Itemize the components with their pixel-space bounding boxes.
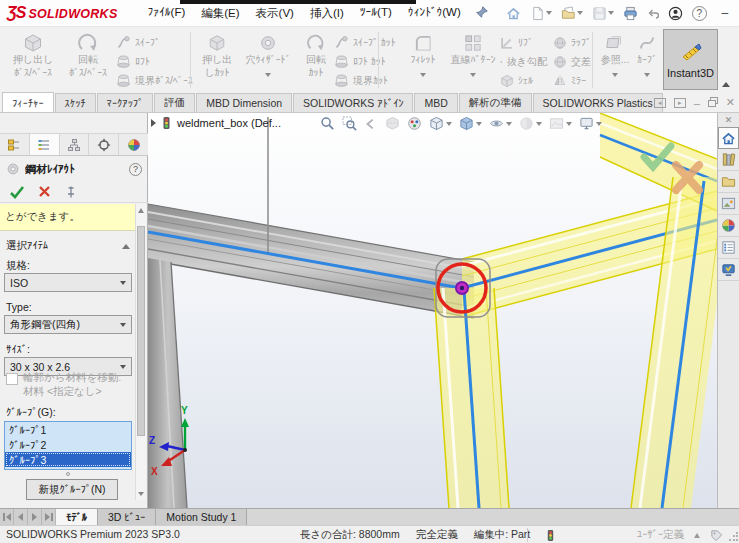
shell-button[interactable]: ｼｪﾙ [500,71,547,90]
home-icon[interactable] [503,4,524,23]
keep-visible-pin-icon[interactable] [64,185,78,199]
open-document-icon[interactable] [558,4,586,23]
appearances-scenes-button[interactable] [718,215,739,237]
3d-views-tab[interactable]: 3D ﾋﾞｭｰ [98,509,156,525]
user-account-icon[interactable] [665,4,686,23]
display-style-icon[interactable] [459,116,482,131]
displaymanager-tab[interactable] [119,133,148,155]
undo-icon[interactable] [644,5,662,21]
document-tree-label[interactable]: weldment_box (Def... [177,117,281,129]
view-settings-icon[interactable] [579,116,602,131]
hide-show-items-icon[interactable] [489,116,512,131]
type-dropdown[interactable]: 角形鋼管(四角) [4,315,132,334]
hole-wizard-button[interactable]: 穴ｳｨｻﾞｰﾄﾞ [238,29,298,89]
menu-view[interactable]: 表示(V) [248,2,302,25]
doc-restore-button[interactable] [708,97,718,109]
view-palette-button[interactable] [718,193,739,215]
prev-tab-button[interactable] [14,509,28,525]
pm-help-icon[interactable]: ? [129,163,142,176]
home-tab-button[interactable] [718,127,739,149]
group-list-item[interactable]: ｸﾞﾙｰﾌﾟ2 [5,437,131,452]
ok-button[interactable] [9,185,25,199]
scroll-up-arrow[interactable] [138,208,144,213]
tab-markup[interactable]: ﾏｰｸｱｯﾌﾟ [97,93,154,112]
appearances-icon[interactable] [519,116,542,131]
pane-left-icon[interactable]: ◂ [654,98,666,108]
resize-grip[interactable] [728,532,738,542]
tab-features[interactable]: ﾌｨｰﾁｬｰ [2,92,54,112]
status-expand-caret[interactable] [694,533,700,538]
tag-icon[interactable] [710,529,723,542]
tab-sketch[interactable]: ｽｹｯﾁ [55,93,96,112]
file-explorer-button[interactable] [718,171,739,193]
boundary-cut-button[interactable]: 境界ｶｯﾄ [334,71,396,90]
rib-button[interactable]: ﾘﾌﾞ [500,33,547,52]
loft-button[interactable]: ﾛﾌﾄ [116,52,193,71]
groups-listbox[interactable]: ｸﾞﾙｰﾌﾟ1 ｸﾞﾙｰﾌﾟ2 ｸﾞﾙｰﾌﾟ3 [4,421,132,470]
tab-analysis-prep[interactable]: 解析の準備 [459,93,532,112]
yellow-beam-center-post[interactable] [434,288,509,508]
scrollbar-thumb[interactable] [137,226,145,436]
doc-minimize-button[interactable]: – [694,97,700,109]
sweep-button[interactable]: ｽｲｰﾌﾟ [116,33,193,52]
tab-evaluate[interactable]: 評価 [154,93,195,112]
section-view-icon[interactable] [385,116,400,131]
menu-pin-icon[interactable] [475,5,489,21]
view-orientation-icon[interactable] [429,116,452,131]
draft-button[interactable]: 抜き勾配 [500,52,547,71]
edit-appearance-icon[interactable] [407,116,422,131]
revolved-boss-button[interactable]: 回転ﾎﾞｽ/ﾍﾞｰｽ [60,29,116,89]
zoom-area-icon[interactable] [342,116,357,131]
first-tab-button[interactable] [0,509,14,525]
custom-properties-button[interactable] [718,237,739,259]
linear-pattern-button[interactable]: 直線ﾊﾟﾀｰﾝ [446,29,500,89]
cancel-button[interactable] [38,185,51,198]
lofted-cut-button[interactable]: ﾛﾌﾄ ｶｯﾄ [334,52,396,71]
group-list-item[interactable]: ｸﾞﾙｰﾌﾟ1 [5,422,131,437]
menu-window[interactable]: ｳｨﾝﾄﾞｳ(W) [400,2,469,25]
featuremanager-tab[interactable] [0,133,30,155]
zoom-fit-icon[interactable] [320,116,335,131]
ribbon-collapse-caret[interactable] [722,77,730,89]
tab-addins[interactable]: SOLIDWORKS ｱﾄﾞｲﾝ [293,93,413,112]
task-pane-close-icon[interactable]: ✕ [718,113,739,127]
tab-mbd-dimension[interactable]: MBD Dimension [196,93,292,112]
revolved-cut-button[interactable]: 回転ｶｯﾄ [298,29,334,89]
graphics-viewport[interactable]: Y Z X weldment_box (Def... [148,113,717,508]
group-list-item-selected[interactable]: ｸﾞﾙｰﾌﾟ3 [5,452,131,467]
scroll-down-arrow[interactable] [138,492,144,496]
listbox-resize-handle[interactable] [66,472,70,476]
doc-close-button[interactable]: ✕ [726,96,735,109]
instant3d-button[interactable]: Instant3D [663,29,718,90]
boundary-boss-button[interactable]: 境界ﾎﾞｽ/ﾍﾞｰｽ [116,71,193,90]
dimxpertmanager-tab[interactable] [89,133,119,155]
selection-section-header[interactable]: 選択ｱｲﾃﾑ [0,237,136,255]
panel-scrollbar[interactable] [135,204,146,500]
next-tab-button[interactable] [28,509,42,525]
new-group-button[interactable]: 新規ｸﾞﾙｰﾌﾟ(N) [26,479,118,500]
model-tab[interactable]: ﾓﾃﾞﾙ [56,509,98,525]
motion-study-tab[interactable]: Motion Study 1 [156,509,247,525]
reference-geometry-button[interactable]: 参照... [598,29,632,89]
menu-file[interactable]: ﾌｧｲﾙ(F) [140,2,194,25]
new-document-icon[interactable] [527,4,555,23]
curves-button[interactable]: ｶｰﾌﾞ [632,29,662,89]
configurationmanager-tab[interactable] [60,133,90,155]
design-library-button[interactable] [718,149,739,171]
tab-mbd[interactable]: MBD [414,93,457,112]
extruded-cut-button[interactable]: 押し出しｶｯﾄ [196,29,238,89]
save-icon[interactable] [589,4,617,23]
fillet-button[interactable]: ﾌｨﾚｯﾄ [400,29,446,89]
help-icon[interactable]: ? [689,4,710,23]
solidworks-forum-button[interactable] [718,259,739,281]
swept-cut-button[interactable]: ｽｲｰﾌﾟ ｶｯﾄ [334,33,396,52]
print-icon[interactable] [620,4,641,23]
tree-expand-arrow[interactable] [151,119,156,127]
menu-edit[interactable]: 編集(E) [193,2,247,25]
minimize-button[interactable]: – [710,1,739,25]
last-tab-button[interactable] [42,509,56,525]
propertymanager-tab[interactable] [30,133,60,155]
menu-insert[interactable]: 挿入(I) [302,2,352,25]
scene-icon[interactable] [549,116,572,131]
tab-plastics[interactable]: SOLIDWORKS Plastics [533,93,663,112]
